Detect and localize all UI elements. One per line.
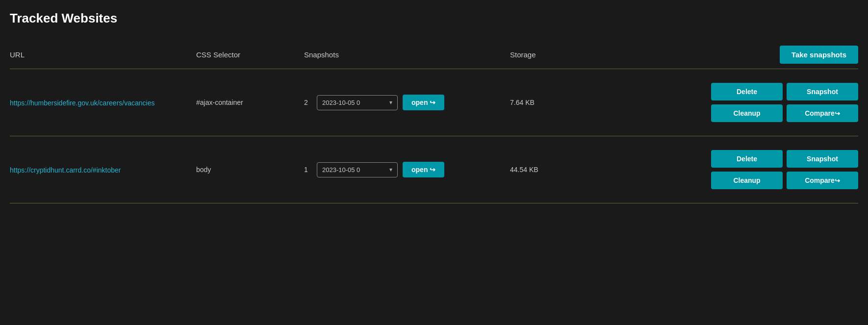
col-snapshots: Snapshots [304, 50, 510, 59]
snapshot-button-2[interactable]: Snapshot [787, 150, 858, 168]
delete-button-2[interactable]: Delete [711, 150, 783, 168]
take-snapshots-button[interactable]: Take snapshots [780, 46, 858, 64]
compare-arrow-icon-2: ↪ [835, 177, 840, 184]
snapshot-date-1: 2023-10-05 0 [322, 99, 360, 106]
table-row: https://cryptidhunt.carrd.co/#inktober b… [10, 136, 858, 203]
url-link-1[interactable]: https://humbersidefire.gov.uk/careers/va… [10, 99, 154, 107]
col-storage: Storage [510, 50, 598, 59]
snapshot-dropdown-1[interactable]: 2023-10-05 0 ▾ [317, 95, 398, 110]
snapshots-cell-2: 1 2023-10-05 0 ▾ open ↪ [304, 162, 510, 177]
actions-cell-1: Delete Snapshot Cleanup Compare↪ [711, 83, 858, 122]
compare-label-1: Compare [805, 109, 835, 117]
open-label-2: open [411, 166, 428, 174]
snapshot-count-2: 1 [304, 166, 312, 174]
storage-cell-2: 44.54 KB [510, 166, 598, 174]
page-title: Tracked Websites [10, 11, 858, 26]
open-button-1[interactable]: open ↪ [403, 95, 444, 110]
storage-cell-1: 7.64 KB [510, 99, 598, 106]
table-row: https://humbersidefire.gov.uk/careers/va… [10, 69, 858, 136]
css-selector-cell-2: body [196, 166, 304, 174]
open-button-2[interactable]: open ↪ [403, 162, 444, 177]
chevron-down-icon: ▾ [389, 99, 392, 106]
open-label-1: open [411, 99, 428, 106]
url-cell: https://cryptidhunt.carrd.co/#inktober [10, 166, 196, 174]
url-cell: https://humbersidefire.gov.uk/careers/va… [10, 99, 196, 107]
snapshot-date-2: 2023-10-05 0 [322, 166, 360, 174]
col-url: URL [10, 50, 196, 59]
snapshot-count-1: 2 [304, 99, 312, 106]
cleanup-button-2[interactable]: Cleanup [711, 172, 783, 189]
col-css-selector: CSS Selector [196, 50, 304, 59]
delete-button-1[interactable]: Delete [711, 83, 783, 100]
compare-arrow-icon-1: ↪ [835, 110, 840, 117]
open-arrow-icon-1: ↪ [430, 99, 435, 106]
chevron-down-icon: ▾ [389, 166, 392, 173]
actions-cell-2: Delete Snapshot Cleanup Compare↪ [711, 150, 858, 189]
page-container: Tracked Websites URL CSS Selector Snapsh… [0, 0, 868, 213]
compare-button-2[interactable]: Compare↪ [787, 172, 858, 189]
css-selector-cell-1: #ajax-container [196, 99, 304, 106]
snapshot-dropdown-2[interactable]: 2023-10-05 0 ▾ [317, 162, 398, 177]
compare-button-1[interactable]: Compare↪ [787, 104, 858, 122]
snapshots-cell-1: 2 2023-10-05 0 ▾ open ↪ [304, 95, 510, 110]
cleanup-button-1[interactable]: Cleanup [711, 104, 783, 122]
table-header: URL CSS Selector Snapshots Storage Take … [10, 41, 858, 69]
open-arrow-icon-2: ↪ [430, 166, 435, 174]
snapshot-button-1[interactable]: Snapshot [787, 83, 858, 100]
url-link-2[interactable]: https://cryptidhunt.carrd.co/#inktober [10, 166, 121, 174]
compare-label-2: Compare [805, 176, 835, 184]
